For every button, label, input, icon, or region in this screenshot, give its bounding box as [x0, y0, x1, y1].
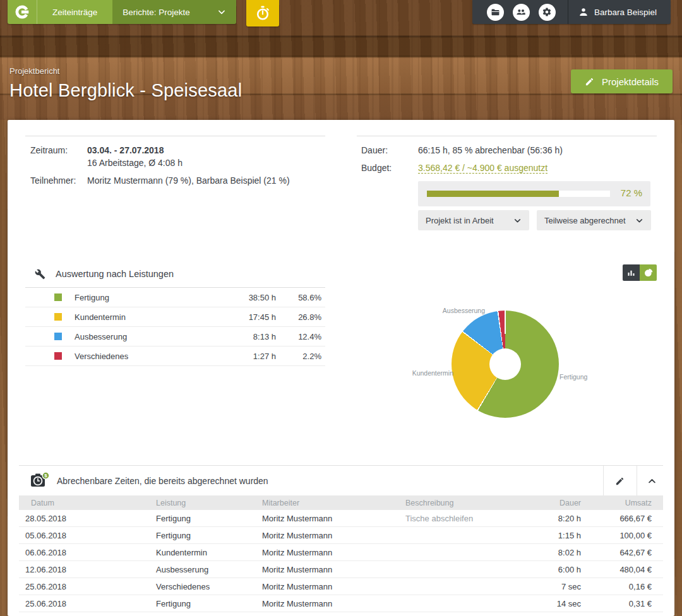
column-header-dauer: Dauer: [532, 499, 581, 507]
table-row: 06.06.2018 Kundentermin Moritz Musterman…: [19, 544, 663, 561]
cell-datum: 05.06.2018: [19, 531, 156, 540]
app-logo[interactable]: [8, 0, 37, 24]
legend-percent: 58.6%: [276, 293, 321, 302]
chart-type-toggle: [623, 264, 657, 281]
budget-label: Budget:: [361, 162, 418, 174]
budget-progress-fill: [427, 191, 559, 197]
zeitraum-label: Zeitraum:: [30, 144, 87, 157]
project-details-button[interactable]: Projektdetails: [571, 69, 673, 93]
legend-color-swatch: [54, 293, 62, 301]
zeitraum-value: 03.04. - 27.07.2018: [87, 144, 164, 157]
nav-left-group: Zeiteinträge Berichte: Projekte: [8, 0, 236, 24]
cell-leistung: Verschiedenes: [156, 582, 262, 591]
gear-icon: [542, 7, 552, 17]
cell-mitarbeiter: Moritz Mustermann: [262, 565, 405, 574]
slice-label-fertigung: Fertigung: [559, 373, 587, 381]
divider: [357, 136, 657, 136]
legend-label: Verschiedenes: [75, 352, 223, 361]
billing-status-value: Teilweise abgerechnet: [544, 216, 626, 225]
period-info: Zeitraum: 03.04. - 27.07.2018 16 Arbeits…: [30, 144, 333, 187]
bar-chart-toggle-button[interactable]: [623, 264, 640, 281]
billed-edit-button[interactable]: [611, 473, 628, 489]
pencil-icon: [615, 477, 625, 486]
cell-dauer: 8:02 h: [532, 548, 581, 557]
cell-umsatz: 642,67 €: [581, 548, 663, 557]
page-header: Projektbericht Hotel Bergblick - Speises…: [9, 66, 242, 101]
project-status-select[interactable]: Projekt ist in Arbeit: [418, 210, 529, 230]
chevron-down-icon: [635, 216, 643, 225]
legend-color-swatch: [54, 352, 62, 360]
stopwatch-icon: [254, 5, 271, 21]
project-status-value: Projekt ist in Arbeit: [426, 216, 494, 225]
services-legend: Fertigung 38:50 h 58.6% Kundentermin 17:…: [25, 288, 325, 366]
budget-usage-link[interactable]: 3.568,42 € / ~4.900 € ausgenutzt: [418, 163, 547, 174]
legend-hours: 1:27 h: [223, 352, 276, 361]
table-row: 05.06.2018 Fertigung Moritz Mustermann 1…: [19, 527, 663, 544]
billed-collapse-button[interactable]: [643, 473, 660, 489]
table-row: 25.06.2018 Fertigung Moritz Mustermann 1…: [19, 595, 663, 612]
legend-row: Ausbesserung 8:13 h 12.4%: [25, 327, 325, 346]
folder-icon: [491, 8, 500, 17]
cell-dauer: 7 sec: [532, 582, 581, 591]
cell-mitarbeiter: Moritz Mustermann: [262, 599, 405, 608]
legend-row: Fertigung 38:50 h 58.6%: [25, 288, 325, 307]
duration-budget-info: Dauer: 66:15 h, 85 % abrechenbar (56:36 …: [361, 144, 664, 174]
legend-percent: 26.8%: [276, 312, 321, 322]
wrench-icon: [35, 269, 45, 280]
folder-button[interactable]: [487, 4, 504, 21]
zeitraum-subtext: 16 Arbeitstage, Ø 4:08 h: [87, 157, 182, 169]
legend-row: Verschiedenes 1:27 h 2.2%: [25, 346, 325, 366]
nav-right-group: Barbara Beispiel: [472, 0, 671, 24]
divider: [25, 136, 325, 136]
user-menu[interactable]: Barbara Beispiel: [575, 7, 661, 17]
nav-item-berichte-projekte[interactable]: Berichte: Projekte: [112, 0, 236, 24]
table-header-row: Datum Leistung Mitarbeiter Beschreibung …: [19, 495, 663, 510]
project-details-label: Projektdetails: [602, 76, 659, 87]
pie-chart-icon: [643, 268, 654, 278]
billing-status-select[interactable]: Teilweise abgerechnet: [537, 210, 651, 230]
dauer-label: Dauer:: [361, 144, 418, 157]
donut-chart: [452, 311, 559, 418]
billed-clock-dollar-icon: $: [30, 471, 50, 490]
cell-dauer: 1:15 h: [532, 531, 581, 540]
legend-hours: 38:50 h: [223, 293, 276, 302]
divider: [637, 466, 637, 495]
settings-button[interactable]: [539, 4, 556, 21]
users-icon: [516, 7, 526, 17]
cell-beschreibung: Tische abschleifen: [405, 514, 532, 523]
column-header-umsatz: Umsatz: [581, 499, 663, 507]
cell-leistung: Fertigung: [156, 514, 262, 523]
user-name: Barbara Beispiel: [594, 8, 657, 17]
top-navigation: Zeiteinträge Berichte: Projekte: [0, 0, 682, 28]
divider: [603, 466, 604, 495]
bar-chart-icon: [626, 268, 636, 278]
clockodo-logo-icon: [14, 4, 30, 20]
slice-label-kundentermin: Kundentermin: [412, 369, 453, 377]
nav-item-label: Berichte: Projekte: [123, 8, 190, 17]
chevron-down-icon: [217, 8, 226, 16]
legend-hours: 8:13 h: [223, 332, 276, 341]
billed-times-table: Datum Leistung Mitarbeiter Beschreibung …: [19, 495, 663, 612]
table-row: 25.06.2018 Verschiedenes Moritz Musterma…: [19, 578, 663, 595]
cell-leistung: Fertigung: [156, 599, 262, 608]
users-button[interactable]: [513, 4, 530, 21]
cell-dauer: 8:20 h: [532, 514, 581, 523]
slice-label-ausbesserung: Ausbesserung: [443, 307, 485, 314]
nav-item-zeiteintraege[interactable]: Zeiteinträge: [37, 0, 112, 24]
teilnehmer-value: Moritz Mustermann (79 %), Barbara Beispi…: [87, 174, 290, 187]
cell-mitarbeiter: Moritz Mustermann: [262, 531, 405, 540]
cell-mitarbeiter: Moritz Mustermann: [262, 548, 405, 557]
column-header-beschreibung: Beschreibung: [405, 499, 532, 507]
billed-section-header: $ Abrechenbare Zeiten, die bereits abger…: [8, 466, 674, 495]
column-header-leistung: Leistung: [156, 499, 262, 507]
services-section-title: Auswertung nach Leistungen: [56, 269, 174, 279]
chevron-up-icon: [647, 477, 657, 486]
pie-chart-toggle-button[interactable]: [640, 264, 657, 281]
cell-leistung: Kundentermin: [156, 548, 262, 557]
table-row: 28.05.2018 Fertigung Moritz Mustermann T…: [19, 510, 663, 527]
legend-row: Kundentermin 17:45 h 26.8%: [25, 307, 325, 327]
stopwatch-button[interactable]: [246, 0, 279, 27]
column-header-mitarbeiter: Mitarbeiter: [262, 499, 405, 507]
cell-datum: 06.06.2018: [19, 548, 156, 557]
cell-datum: 12.06.2018: [19, 565, 156, 574]
